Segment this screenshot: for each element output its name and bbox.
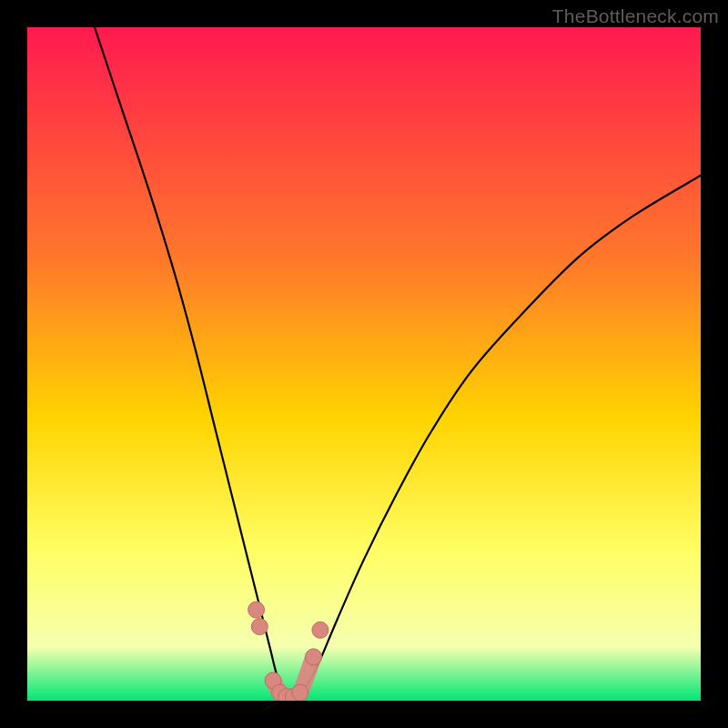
bottleneck-chart xyxy=(27,27,701,701)
marker-dot xyxy=(306,649,322,665)
marker-dot xyxy=(292,684,308,701)
plot-area xyxy=(27,27,701,701)
marker-dot xyxy=(312,622,329,638)
watermark-text: TheBottleneck.com xyxy=(552,5,719,27)
marker-dot xyxy=(248,602,265,618)
chart-frame: TheBottleneck.com xyxy=(0,0,728,728)
marker-dot xyxy=(251,619,268,635)
